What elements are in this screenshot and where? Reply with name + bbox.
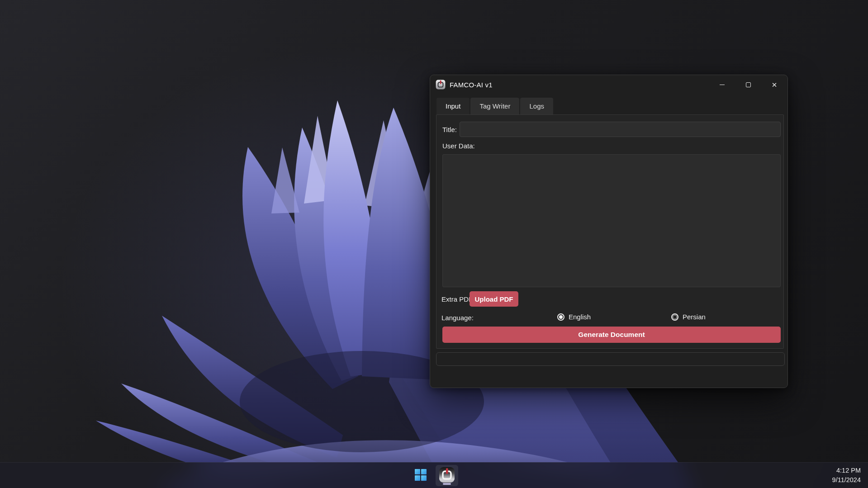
desktop: { "window": { "title": "FAMCO-AI v1", "i… <box>0 0 868 488</box>
windows-start-icon <box>415 469 427 483</box>
start-button[interactable] <box>409 465 432 486</box>
radio-english[interactable]: English <box>557 309 591 325</box>
close-button[interactable]: ✕ <box>761 75 787 94</box>
famco-ai-window: FAMCO-AI v1 ✕ Input Tag Writer Logs Titl… <box>430 75 788 388</box>
language-label: Language: <box>441 314 474 322</box>
title-label: Title: <box>442 126 457 133</box>
window-title: FAMCO-AI v1 <box>450 81 493 89</box>
user-data-label: User Data: <box>442 142 475 150</box>
tab-bar: Input Tag Writer Logs <box>436 98 553 114</box>
app-power-icon <box>436 80 446 90</box>
title-input[interactable] <box>460 122 781 137</box>
window-controls: ✕ <box>709 75 787 94</box>
status-output-field[interactable] <box>436 352 785 366</box>
clock-time: 4:12 PM <box>832 466 861 475</box>
minimize-button[interactable] <box>709 75 735 94</box>
minimize-icon <box>720 85 725 85</box>
user-data-textarea[interactable] <box>442 154 781 287</box>
close-icon: ✕ <box>772 81 778 88</box>
app-power-icon <box>439 467 455 485</box>
taskbar: 4:12 PM 9/11/2024 <box>0 462 868 488</box>
taskbar-center-icons <box>409 465 458 486</box>
tab-tag-writer[interactable]: Tag Writer <box>470 98 519 114</box>
maximize-icon <box>746 82 751 87</box>
taskbar-clock[interactable]: 4:12 PM 9/11/2024 <box>832 466 861 485</box>
maximize-button[interactable] <box>735 75 761 94</box>
input-tab-page: Title: User Data: Extra PDF: Upload PDF … <box>436 114 784 349</box>
tab-input[interactable]: Input <box>436 98 470 114</box>
radio-persian-label: Persian <box>683 313 706 321</box>
generate-document-button[interactable]: Generate Document <box>442 327 781 343</box>
radio-english-label: English <box>569 313 591 321</box>
radio-persian[interactable]: Persian <box>671 309 706 325</box>
active-app-indicator <box>443 483 451 485</box>
radio-selected-icon <box>557 313 564 321</box>
famco-ai-taskbar-button[interactable] <box>436 465 458 486</box>
radio-unselected-icon <box>671 313 678 321</box>
titlebar[interactable]: FAMCO-AI v1 ✕ <box>430 75 787 94</box>
upload-pdf-button[interactable]: Upload PDF <box>470 291 518 307</box>
tab-logs[interactable]: Logs <box>520 98 553 114</box>
clock-date: 9/11/2024 <box>832 475 861 485</box>
